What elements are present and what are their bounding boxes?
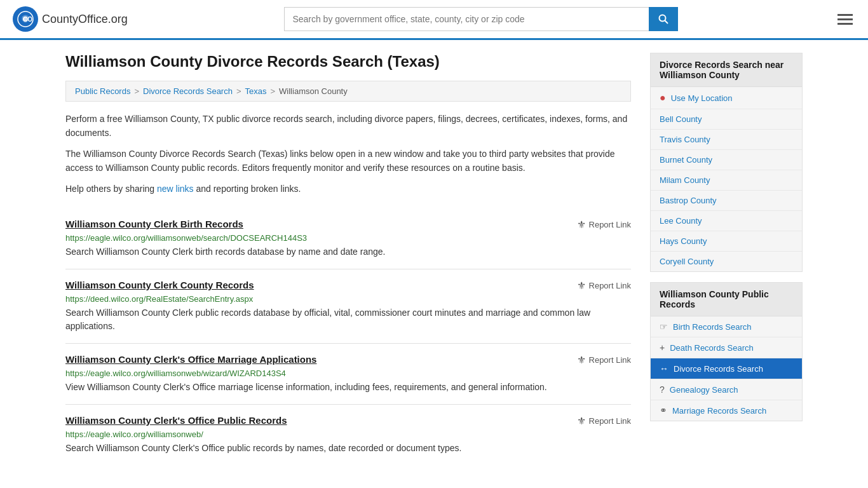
result-title[interactable]: Williamson County Clerk's Office Public …: [65, 415, 287, 426]
breadcrumb: Public Records > Divorce Records Search …: [65, 81, 631, 102]
nearby-section: Divorce Records Search near Williamson C…: [650, 53, 803, 272]
nearby-county-item[interactable]: Lee County: [651, 211, 802, 231]
result-desc: Search Williamson County Clerk birth rec…: [65, 245, 631, 259]
record-type-icon: ⚭: [660, 405, 667, 416]
logo[interactable]: CO CountyOffice.org: [13, 6, 128, 32]
record-type-icon: +: [660, 342, 665, 353]
search-input[interactable]: [284, 7, 649, 31]
report-icon: ⚜: [577, 280, 586, 292]
public-records-section: Williamson County Public Records ☞ Birth…: [650, 282, 803, 421]
result-desc: Search Williamson County Clerk's Office …: [65, 442, 631, 455]
results-list: Williamson County Clerk Birth Records ⚜ …: [65, 208, 631, 465]
nearby-county-link[interactable]: Bastrop County: [660, 196, 717, 205]
public-records-item[interactable]: + Death Records Search: [651, 337, 802, 358]
report-label: Report Link: [589, 281, 631, 290]
report-label: Report Link: [589, 416, 631, 426]
result-url[interactable]: https://deed.wilco.org/RealEstate/Search…: [65, 294, 631, 304]
breadcrumb-current: Williamson County: [279, 86, 348, 96]
result-title[interactable]: Williamson County Clerk Birth Records: [65, 219, 243, 229]
use-my-location[interactable]: ● Use My Location: [651, 87, 802, 109]
nearby-title: Divorce Records Search near Williamson C…: [651, 53, 802, 87]
result-card: Williamson County Clerk County Records ⚜…: [65, 269, 631, 344]
result-url[interactable]: https://eagle.wilco.org/williamsonweb/se…: [65, 233, 631, 243]
report-link[interactable]: ⚜ Report Link: [577, 219, 631, 231]
desc-para-2: The Williamson County Divorce Records Se…: [65, 147, 631, 175]
location-icon: ●: [660, 92, 666, 104]
page-title: Williamson County Divorce Records Search…: [65, 53, 631, 71]
nearby-county-item[interactable]: Hays County: [651, 231, 802, 252]
breadcrumb-link-divorce-records[interactable]: Divorce Records Search: [143, 86, 233, 96]
nearby-county-item[interactable]: Burnet County: [651, 150, 802, 170]
public-records-item[interactable]: ☞ Birth Records Search: [651, 316, 802, 337]
breadcrumb-link-public-records[interactable]: Public Records: [75, 86, 130, 96]
nearby-county-link[interactable]: Travis County: [660, 135, 710, 144]
result-card: Williamson County Clerk Birth Records ⚜ …: [65, 208, 631, 269]
nearby-county-item[interactable]: Travis County: [651, 130, 802, 150]
description-area: Perform a free Williamson County, TX pub…: [65, 112, 631, 196]
result-desc: View Williamson County Clerk's Office ma…: [65, 381, 631, 394]
public-records-link[interactable]: Birth Records Search: [673, 322, 752, 332]
report-label: Report Link: [589, 355, 631, 365]
use-my-location-link[interactable]: Use My Location: [671, 93, 733, 103]
public-records-link[interactable]: Genealogy Search: [670, 385, 738, 395]
nearby-county-link[interactable]: Burnet County: [660, 155, 712, 165]
report-icon: ⚜: [577, 354, 586, 366]
logo-text: CountyOffice.org: [42, 13, 128, 26]
nearby-county-link[interactable]: Milam County: [660, 175, 710, 185]
public-records-item[interactable]: ? Genealogy Search: [651, 379, 802, 400]
report-icon: ⚜: [577, 415, 586, 427]
record-type-icon: ☞: [660, 322, 668, 332]
nearby-county-item[interactable]: Coryell County: [651, 252, 802, 271]
result-url[interactable]: https://eagle.wilco.org/williamsonweb/wi…: [65, 369, 631, 378]
result-desc: Search Williamson County Clerk public re…: [65, 306, 631, 333]
public-records-link[interactable]: Death Records Search: [670, 343, 754, 353]
svg-line-4: [665, 21, 668, 24]
nearby-county-link[interactable]: Lee County: [660, 216, 702, 226]
record-type-icon: ↔: [660, 363, 668, 374]
report-label: Report Link: [589, 220, 631, 229]
result-card: Williamson County Clerk's Office Marriag…: [65, 344, 631, 405]
desc-para-1: Perform a free Williamson County, TX pub…: [65, 112, 631, 140]
result-card: Williamson County Clerk's Office Public …: [65, 405, 631, 465]
svg-point-3: [660, 15, 666, 22]
nearby-county-link[interactable]: Bell County: [660, 114, 702, 124]
breadcrumb-link-texas[interactable]: Texas: [245, 86, 267, 96]
desc-para-3: Help others by sharing new links and rep…: [65, 182, 631, 196]
result-title[interactable]: Williamson County Clerk County Records: [65, 280, 254, 290]
search-button[interactable]: [649, 7, 678, 31]
nearby-county-item[interactable]: Bastrop County: [651, 191, 802, 211]
report-link[interactable]: ⚜ Report Link: [577, 354, 631, 366]
svg-text:CO: CO: [23, 16, 32, 23]
nearby-county-item[interactable]: Milam County: [651, 170, 802, 191]
result-url[interactable]: https://eagle.wilco.org/williamsonweb/: [65, 430, 631, 439]
nearby-county-item[interactable]: Bell County: [651, 109, 802, 130]
public-records-item[interactable]: ↔ Divorce Records Search: [651, 358, 802, 379]
result-title[interactable]: Williamson County Clerk's Office Marriag…: [65, 354, 316, 365]
logo-icon: CO: [13, 6, 38, 32]
public-records-link[interactable]: Divorce Records Search: [674, 364, 763, 374]
nearby-county-link[interactable]: Coryell County: [660, 257, 714, 266]
report-link[interactable]: ⚜ Report Link: [577, 415, 631, 427]
public-records-title: Williamson County Public Records: [651, 283, 802, 316]
menu-button[interactable]: [835, 11, 855, 27]
new-links-link[interactable]: new links: [157, 184, 194, 194]
public-records-link[interactable]: Marriage Records Search: [672, 406, 766, 416]
public-records-item[interactable]: ⚭ Marriage Records Search: [651, 400, 802, 421]
report-link[interactable]: ⚜ Report Link: [577, 280, 631, 292]
record-type-icon: ?: [660, 384, 665, 395]
nearby-county-link[interactable]: Hays County: [660, 236, 707, 246]
report-icon: ⚜: [577, 219, 586, 231]
